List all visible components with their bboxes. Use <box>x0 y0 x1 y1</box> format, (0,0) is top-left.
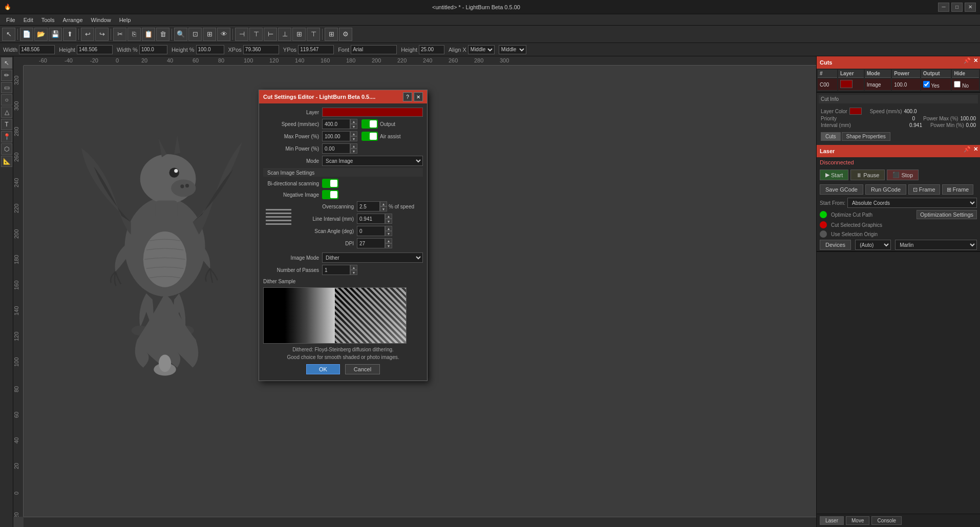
cuts-close-button[interactable]: ✕ <box>973 57 978 64</box>
laser-panel-header[interactable]: Laser 📌 ✕ <box>817 145 980 157</box>
dialog-air-assist-toggle[interactable] <box>361 132 378 141</box>
xpos-input[interactable] <box>243 45 279 54</box>
auto-select[interactable]: (Auto) <box>855 240 891 250</box>
dialog-bidi-toggle[interactable] <box>322 179 338 188</box>
tb-zoomsel[interactable]: ⊞ <box>203 28 216 41</box>
dialog-min-power-spinner[interactable]: ▲▼ <box>350 143 357 154</box>
width-pct-input[interactable] <box>139 45 167 54</box>
tb-zoom[interactable]: 🔍 <box>174 28 187 41</box>
menu-arrange[interactable]: Arrange <box>58 16 87 24</box>
dialog-line-interval-spinner[interactable]: ▲▼ <box>385 214 392 224</box>
tool-node[interactable]: ⬡ <box>1 143 12 155</box>
devices-button[interactable]: Devices <box>820 240 851 250</box>
tool-pin[interactable]: 📍 <box>1 131 12 142</box>
tb-copy[interactable]: ⎘ <box>127 28 141 41</box>
menu-edit[interactable]: Edit <box>19 16 37 24</box>
dialog-output-toggle[interactable] <box>361 119 378 129</box>
laser-stop-button[interactable]: ⬛ Stop <box>887 170 919 180</box>
cuts-panel-header[interactable]: Cuts 📌 ✕ <box>817 56 980 69</box>
dialog-passes-spinner[interactable]: ▲▼ <box>350 265 357 275</box>
tb-align-t[interactable]: ⊥ <box>278 28 291 41</box>
tb-align-r[interactable]: ⊢ <box>264 28 277 41</box>
dialog-close-button[interactable]: ✕ <box>414 92 423 101</box>
dialog-speed-spinner[interactable]: ▲▼ <box>350 119 357 129</box>
cuts-row[interactable]: C00 Image 100.0 Yes No <box>818 79 979 91</box>
dialog-line-interval-input[interactable] <box>357 214 385 224</box>
tb-export[interactable]: ⬆ <box>63 28 76 41</box>
laser-start-button[interactable]: ▶ Start <box>820 170 848 180</box>
height-pct-input[interactable] <box>196 45 224 54</box>
tb-align-b[interactable]: ⊤ <box>307 28 320 41</box>
dialog-dpi-input[interactable] <box>357 238 385 248</box>
dialog-speed-input[interactable] <box>322 119 350 129</box>
tab-laser[interactable]: Laser <box>820 516 844 525</box>
align-x-select[interactable]: MiddleLeftRight <box>468 45 495 54</box>
dialog-overscan-spinner[interactable]: ▲▼ <box>380 201 387 212</box>
tool-measure[interactable]: 📐 <box>1 156 12 167</box>
dialog-cancel-button[interactable]: Cancel <box>345 364 380 374</box>
optimization-settings-button[interactable]: Optimization Settings <box>917 210 977 219</box>
align-y-select[interactable]: MiddleTopBottom <box>499 45 526 54</box>
laser-pause-button[interactable]: ⏸ Pause <box>850 170 885 180</box>
horizontal-scrollbar[interactable] <box>24 517 816 527</box>
menu-file[interactable]: File <box>2 16 19 24</box>
dialog-passes-input[interactable] <box>322 265 350 275</box>
close-button[interactable]: ✕ <box>965 3 976 12</box>
tool-polygon[interactable]: △ <box>1 107 12 118</box>
tb-settings[interactable]: ⚙ <box>339 28 352 41</box>
tb-align-m[interactable]: ⊞ <box>292 28 306 41</box>
tb-undo[interactable]: ↩ <box>81 28 94 41</box>
tb-cut[interactable]: ✂ <box>113 28 126 41</box>
tool-rect[interactable]: ▭ <box>1 82 12 93</box>
tb-preview[interactable]: 👁 <box>217 28 230 41</box>
tab-move[interactable]: Move <box>846 516 869 525</box>
laser-close-button[interactable]: ✕ <box>973 146 978 153</box>
tb-redo[interactable]: ↪ <box>95 28 109 41</box>
save-gcode-button[interactable]: Save GCode <box>820 184 863 195</box>
dialog-negative-toggle[interactable] <box>322 190 338 199</box>
tb-new[interactable]: 📄 <box>20 28 33 41</box>
frame-button-2[interactable]: ⊞ Frame <box>942 184 974 195</box>
ypos-input[interactable] <box>298 45 334 54</box>
run-gcode-button[interactable]: Run GCode <box>865 184 906 195</box>
dialog-mode-select[interactable]: Scan Image Cut Fill <box>322 156 423 166</box>
dialog-dpi-spinner[interactable]: ▲▼ <box>385 238 392 248</box>
tool-text[interactable]: T <box>1 119 12 130</box>
tb-delete[interactable]: 🗑 <box>156 28 169 41</box>
tb-paste[interactable]: 📋 <box>142 28 155 41</box>
tool-draw[interactable]: ✏ <box>1 70 12 81</box>
dialog-image-mode-select[interactable]: Dither Grayscale Threshold <box>322 252 423 263</box>
frame-button-1[interactable]: ⊡ Frame <box>908 184 940 195</box>
dialog-title-bar[interactable]: Cut Settings Editor - LightBurn Beta 0.5… <box>259 90 427 103</box>
dialog-scan-angle-spinner[interactable]: ▲▼ <box>385 226 392 236</box>
tb-zoomfit[interactable]: ⊡ <box>188 28 202 41</box>
dialog-ok-button[interactable]: OK <box>306 364 340 374</box>
tab-shape-properties[interactable]: Shape Properties <box>842 132 890 141</box>
tab-cuts[interactable]: Cuts <box>821 132 841 141</box>
font-input[interactable] <box>351 45 397 54</box>
tb-align-l[interactable]: ⊣ <box>235 28 248 41</box>
width-input[interactable] <box>19 45 55 54</box>
tb-open[interactable]: 📂 <box>34 28 48 41</box>
tb-select[interactable]: ↖ <box>2 28 15 41</box>
dialog-min-power-input[interactable] <box>322 143 350 154</box>
menu-window[interactable]: Window <box>87 16 115 24</box>
cuts-pin-button[interactable]: 📌 <box>964 57 971 64</box>
minimize-button[interactable]: ─ <box>938 3 949 12</box>
laser-pin-button[interactable]: 📌 <box>964 146 971 153</box>
dialog-help-button[interactable]: ? <box>403 92 412 101</box>
tool-circle[interactable]: ○ <box>1 94 12 106</box>
height-input[interactable] <box>77 45 113 54</box>
dialog-max-power-input[interactable] <box>322 131 350 141</box>
tb-grid[interactable]: ⊞ <box>325 28 338 41</box>
maximize-button[interactable]: □ <box>951 3 963 12</box>
font-height-input[interactable] <box>419 45 444 54</box>
dialog-max-power-spinner[interactable]: ▲▼ <box>350 131 357 141</box>
tb-save[interactable]: 💾 <box>49 28 62 41</box>
start-from-select[interactable]: Absolute Coords User Origin Current Posi… <box>847 198 977 208</box>
menu-tools[interactable]: Tools <box>37 16 59 24</box>
tb-align-c[interactable]: ⊤ <box>249 28 263 41</box>
tab-console[interactable]: Console <box>871 516 902 525</box>
tool-select[interactable]: ↖ <box>1 57 12 69</box>
firmware-select[interactable]: Marlin GRBL <box>895 240 977 250</box>
